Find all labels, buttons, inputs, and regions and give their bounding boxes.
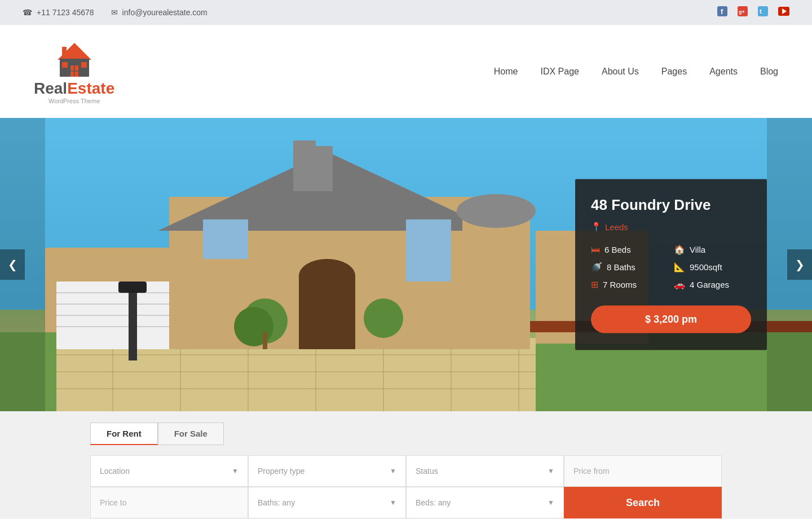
location-arrow-icon: ▼ [232, 467, 239, 475]
carousel-next[interactable]: ❯ [787, 249, 812, 280]
header: RealEstate WordPress Theme Home IDX Page… [0, 25, 812, 118]
tab-for-sale[interactable]: For Sale [158, 423, 224, 445]
price-to-label: Price to [100, 498, 126, 507]
beds-field[interactable]: Beds: any ▼ [406, 487, 564, 518]
property-details: 🛏 6 Beds 🏠 Villa 🚿 8 Baths 📐 9500sqft ⊞ … [591, 244, 751, 290]
detail-sqft: 📐 9500sqft [674, 262, 751, 272]
detail-baths: 🚿 8 Baths [591, 262, 668, 272]
youtube-icon[interactable] [778, 7, 789, 18]
price-from-field[interactable]: Price from [564, 455, 722, 487]
property-title: 48 Foundry Drive [591, 196, 751, 214]
social-icons: f g+ t [717, 6, 789, 19]
nav-pages[interactable]: Pages [661, 67, 687, 77]
email-address: info@yourealestate.com [122, 8, 208, 17]
nav-home[interactable]: Home [494, 67, 518, 77]
price-button[interactable]: $ 3,200 pm [591, 306, 751, 333]
garages-icon: 🚗 [674, 279, 685, 290]
price-to-field[interactable]: Price to [90, 487, 248, 518]
search-section: For Rent For Sale Location ▼ Property ty… [0, 411, 812, 518]
nav-idx[interactable]: IDX Page [540, 67, 579, 77]
rooms-label: 7 Rooms [603, 280, 637, 289]
search-tabs: For Rent For Sale [90, 423, 722, 445]
svg-point-40 [457, 194, 536, 228]
svg-rect-50 [129, 287, 137, 360]
property-type-field[interactable]: Property type ▼ [248, 455, 406, 487]
facebook-icon[interactable]: f [717, 6, 727, 19]
svg-point-47 [234, 307, 273, 346]
property-location: 📍 Leeds [591, 222, 751, 232]
twitter-icon[interactable]: t [758, 6, 768, 19]
beds-label: Beds: any [416, 498, 451, 507]
svg-rect-12 [62, 62, 68, 68]
status-field[interactable]: Status ▼ [406, 455, 564, 487]
type-label: Villa [690, 245, 705, 254]
svg-text:g+: g+ [739, 9, 745, 15]
phone-icon: ☎ [23, 8, 32, 17]
search-row-1: Location ▼ Property type ▼ Status ▼ Pric… [90, 455, 722, 487]
property-type-label: Property type [258, 467, 304, 476]
detail-rooms: ⊞ 7 Rooms [591, 279, 668, 290]
location-field[interactable]: Location ▼ [90, 455, 248, 487]
location-label: Location [100, 467, 130, 476]
logo-subtitle: WordPress Theme [48, 98, 100, 104]
top-bar: ☎ +11 7123 45678 ✉ info@yourealestate.co… [0, 0, 812, 25]
property-card: 48 Foundry Drive 📍 Leeds 🛏 6 Beds 🏠 Vill… [575, 179, 767, 350]
price-from-label: Price from [573, 467, 610, 476]
svg-rect-9 [62, 47, 67, 57]
property-city: Leeds [605, 222, 628, 231]
main-nav: Home IDX Page About Us Pages Agents Blog [494, 67, 778, 77]
tab-for-rent[interactable]: For Rent [90, 423, 158, 445]
baths-label: 8 Baths [607, 262, 636, 272]
detail-beds: 🛏 6 Beds [591, 244, 668, 255]
svg-rect-43 [203, 219, 248, 259]
sqft-icon: 📐 [674, 262, 685, 272]
svg-rect-45 [406, 248, 451, 282]
carousel-prev[interactable]: ❮ [0, 249, 25, 280]
logo: RealEstate WordPress Theme [34, 38, 114, 104]
sqft-label: 9500sqft [690, 262, 722, 272]
garages-label: 4 Garages [690, 280, 729, 289]
status-label: Status [416, 467, 438, 476]
status-arrow-icon: ▼ [548, 467, 554, 475]
googleplus-icon[interactable]: g+ [738, 6, 748, 19]
detail-type: 🏠 Villa [674, 244, 751, 255]
nav-blog[interactable]: Blog [760, 67, 778, 77]
svg-point-48 [364, 298, 403, 338]
phone-item: ☎ +11 7123 45678 [23, 8, 94, 17]
rooms-icon: ⊞ [591, 279, 598, 290]
svg-text:f: f [721, 7, 723, 16]
svg-rect-13 [81, 62, 87, 68]
svg-point-42 [299, 259, 355, 293]
svg-rect-49 [263, 332, 267, 349]
phone-number: +11 7123 45678 [37, 8, 94, 17]
top-bar-left: ☎ +11 7123 45678 ✉ info@yourealestate.co… [23, 8, 208, 17]
location-pin-icon: 📍 [591, 222, 602, 232]
beds-arrow-icon: ▼ [548, 499, 554, 507]
baths-arrow-icon: ▼ [390, 499, 396, 507]
type-icon: 🏠 [674, 244, 685, 255]
svg-rect-38 [310, 146, 333, 191]
logo-text: RealEstate [34, 81, 114, 96]
baths-icon: 🚿 [591, 262, 602, 272]
property-type-arrow-icon: ▼ [390, 467, 396, 475]
baths-label: Baths: any [258, 498, 295, 507]
nav-about[interactable]: About Us [602, 67, 639, 77]
detail-garages: 🚗 4 Garages [674, 279, 751, 290]
baths-field[interactable]: Baths: any ▼ [248, 487, 406, 518]
logo-svg [52, 38, 97, 81]
svg-rect-51 [118, 282, 147, 293]
beds-label: 6 Beds [604, 245, 631, 254]
hero-section: ❮ 48 Foundry Drive 📍 Leeds 🛏 6 Beds 🏠 Vi… [0, 118, 812, 411]
nav-agents[interactable]: Agents [709, 67, 738, 77]
svg-text:t: t [760, 8, 762, 15]
search-button[interactable]: Search [564, 487, 722, 518]
email-icon: ✉ [111, 8, 118, 17]
svg-rect-39 [462, 214, 530, 349]
search-row-2: Price to Baths: any ▼ Beds: any ▼ Search [90, 487, 722, 518]
beds-icon: 🛏 [591, 244, 600, 254]
email-item: ✉ info@yourealestate.com [111, 8, 208, 17]
